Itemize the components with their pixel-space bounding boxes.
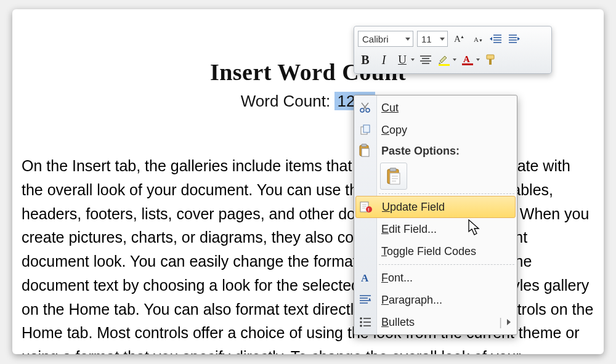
menu-label: Copy [381, 124, 407, 137]
format-painter-icon [484, 54, 498, 66]
font-size-value: 11 [421, 34, 432, 44]
dropdown-caret-icon [405, 38, 410, 41]
italic-button[interactable]: I [376, 52, 391, 67]
svg-rect-15 [362, 148, 369, 156]
scissors-icon [358, 100, 373, 115]
font-dialog-icon: A [358, 270, 373, 285]
update-field-icon: ! [359, 200, 373, 214]
paste-keep-source-button[interactable] [380, 163, 407, 190]
menu-label: Paragraph... [381, 294, 442, 307]
submenu-arrow-icon [507, 319, 511, 325]
dropdown-caret-icon[interactable] [476, 59, 480, 61]
menu-item-font[interactable]: A Font... [354, 267, 517, 289]
font-size-select[interactable]: 11 [417, 31, 448, 47]
svg-text:!: ! [368, 207, 370, 212]
bold-button[interactable]: B [358, 52, 373, 67]
svg-text:A: A [361, 272, 369, 284]
context-menu: Cut Copy Paste Options: ! Update Field E… [354, 95, 517, 335]
menu-item-edit-field[interactable]: Edit Field... [354, 218, 517, 240]
svg-text:▲: ▲ [460, 34, 464, 39]
mouse-cursor-icon [468, 219, 482, 237]
svg-text:A: A [463, 54, 470, 64]
menu-item-toggle-field-codes[interactable]: Toggle Field Codes [354, 240, 517, 262]
menu-separator [379, 264, 514, 265]
menu-label: Toggle Field Codes [381, 245, 476, 258]
bold-icon: B [361, 53, 369, 67]
font-name-select[interactable]: Calibri [358, 31, 413, 47]
svg-rect-14 [362, 144, 367, 147]
svg-point-24 [360, 321, 362, 323]
format-painter-button[interactable] [484, 52, 498, 67]
menu-item-paragraph[interactable]: Paragraph... [354, 289, 517, 311]
menu-label: Update Field [382, 201, 445, 214]
menu-heading-paste-options: Paste Options: [354, 141, 517, 161]
paragraph-dialog-icon [358, 293, 373, 307]
svg-text:▼: ▼ [479, 38, 483, 42]
menu-label: Font... [381, 272, 413, 285]
menu-item-copy[interactable]: Copy [354, 119, 517, 141]
underline-icon: U [398, 53, 407, 67]
svg-text:A: A [474, 36, 479, 43]
paste-options-row [354, 161, 517, 192]
increase-indent-icon [508, 34, 521, 44]
svg-rect-12 [363, 125, 370, 132]
menu-label: Edit Field... [381, 223, 437, 236]
bullets-icon [358, 315, 373, 330]
underline-button[interactable]: U [395, 52, 410, 67]
decrease-indent-button[interactable] [488, 31, 503, 46]
svg-rect-8 [489, 59, 492, 65]
dropdown-caret-icon[interactable] [453, 59, 456, 61]
svg-rect-7 [487, 55, 494, 59]
align-center-button[interactable] [418, 52, 433, 67]
decrease-indent-icon [490, 34, 502, 44]
font-name-value: Calibri [362, 34, 389, 44]
font-color-button[interactable]: A [460, 52, 475, 67]
menu-separator [379, 193, 514, 194]
menu-item-bullets[interactable]: Bullets | [354, 311, 517, 333]
dropdown-caret-icon [440, 38, 445, 41]
highlight-button[interactable] [437, 52, 452, 67]
menu-item-cut[interactable]: Cut [354, 97, 517, 119]
wordcount-label: Word Count: [241, 92, 335, 110]
dropdown-caret-icon[interactable] [411, 59, 415, 61]
menu-label: Bullets [381, 316, 415, 329]
svg-rect-17 [390, 168, 396, 171]
increase-indent-button[interactable] [507, 31, 522, 46]
shrink-font-button[interactable]: A▼ [470, 31, 485, 46]
menu-label: Paste Options: [381, 145, 460, 158]
menu-item-update-field[interactable]: ! Update Field [355, 196, 516, 218]
highlight-icon [437, 54, 451, 66]
svg-point-25 [360, 325, 362, 327]
paste-icon [358, 144, 373, 158]
italic-icon: I [382, 53, 386, 67]
copy-icon [358, 123, 373, 137]
menu-label: Cut [381, 102, 399, 115]
align-center-icon [420, 55, 431, 64]
grow-font-button[interactable]: A▲ [452, 31, 466, 46]
svg-point-23 [360, 317, 362, 320]
svg-rect-6 [462, 63, 473, 65]
svg-rect-4 [439, 64, 450, 66]
menu-separator-vertical: | [499, 316, 502, 329]
mini-toolbar: Calibri 11 A▲ A▼ B I U [354, 26, 552, 74]
clipboard-icon [385, 167, 402, 185]
font-color-icon: A [461, 54, 474, 66]
